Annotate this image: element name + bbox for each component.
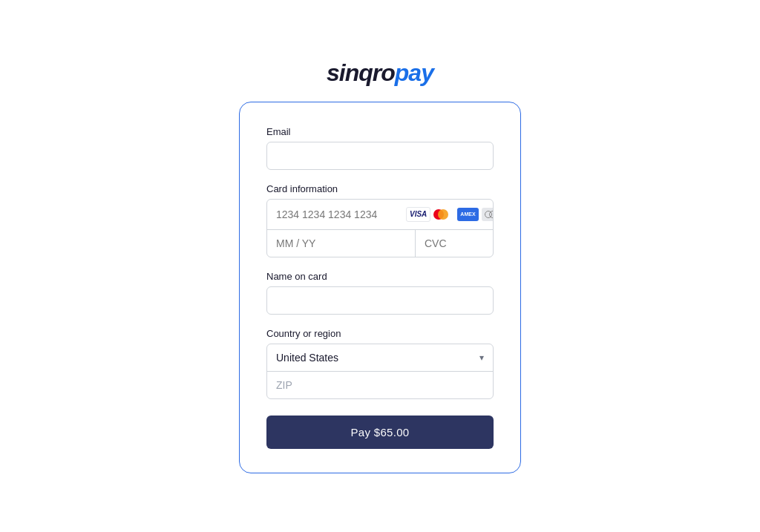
mastercard-icon <box>433 208 454 221</box>
name-input[interactable] <box>266 286 494 315</box>
card-number-input[interactable] <box>276 208 406 220</box>
logo-sinqro-text: sinqro <box>327 59 395 86</box>
diners-icon <box>482 208 494 221</box>
card-number-row: VISA AMEX <box>267 200 493 230</box>
country-select[interactable]: United States ▾ <box>267 344 493 372</box>
expiry-input[interactable] <box>267 230 416 257</box>
cvc-wrapper <box>416 230 494 257</box>
amex-icon: AMEX <box>457 208 478 221</box>
pay-button[interactable]: Pay $65.00 <box>266 416 494 449</box>
email-input[interactable] <box>266 142 494 170</box>
country-value: United States <box>276 352 479 364</box>
card-bottom-row <box>267 230 493 257</box>
card-info-label: Card information <box>266 183 494 194</box>
country-select-wrapper: United States ▾ <box>266 344 494 399</box>
visa-icon: VISA <box>406 207 430 222</box>
country-group: Country or region United States ▾ <box>266 328 494 399</box>
chevron-down-icon: ▾ <box>479 352 484 363</box>
payment-form: Email Card information VISA AMEX <box>239 102 521 473</box>
name-group: Name on card <box>266 271 494 315</box>
email-label: Email <box>266 126 494 137</box>
email-group: Email <box>266 126 494 170</box>
logo-pay-text: pay <box>395 59 433 86</box>
country-label: Country or region <box>266 328 494 339</box>
logo: sinqropay <box>327 59 433 87</box>
card-info-group: Card information VISA AMEX <box>266 183 494 257</box>
card-icons: VISA AMEX <box>406 207 494 222</box>
cvc-input[interactable] <box>425 237 494 249</box>
card-info-wrapper: VISA AMEX <box>266 199 494 257</box>
mc-circle-right <box>438 209 448 220</box>
name-label: Name on card <box>266 271 494 282</box>
zip-input[interactable] <box>267 372 493 398</box>
